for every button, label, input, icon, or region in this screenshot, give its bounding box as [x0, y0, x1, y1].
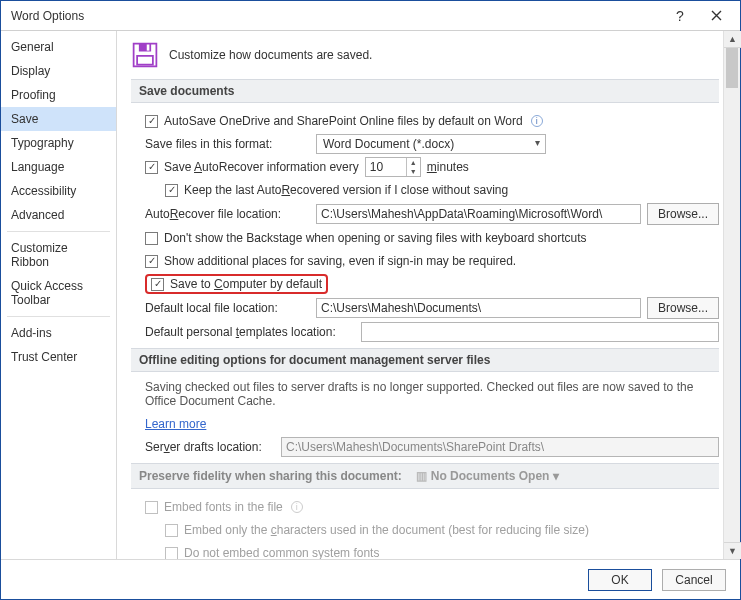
checkbox-embed-fonts: [145, 501, 158, 514]
label-embed-subset: Embed only the characters used in the do…: [184, 523, 589, 537]
svg-rect-3: [137, 56, 153, 65]
word-options-window: Word Options ? General Display Proofing …: [0, 0, 741, 600]
input-default-local-location[interactable]: C:\Users\Mahesh\Documents\: [316, 298, 641, 318]
label-save-format: Save files in this format:: [145, 137, 310, 151]
sidebar-separator: [7, 231, 110, 232]
label-autosave-onedrive: AutoSave OneDrive and SharePoint Online …: [164, 114, 523, 128]
sidebar-item-quick-access-toolbar[interactable]: Quick Access Toolbar: [1, 274, 116, 312]
page-subtitle: Customize how documents are saved.: [169, 48, 372, 62]
browse-default-local-button[interactable]: Browse...: [647, 297, 719, 319]
label-server-drafts-location: Server drafts location:: [145, 440, 275, 454]
sidebar-item-advanced[interactable]: Advanced: [1, 203, 116, 227]
highlight-save-to-computer: Save to Computer by default: [145, 274, 328, 294]
scroll-thumb[interactable]: [726, 48, 738, 88]
row-show-additional-places: Show additional places for saving, even …: [145, 251, 719, 271]
dropdown-save-format[interactable]: Word Document (*.docx): [316, 134, 546, 154]
input-server-drafts-location: C:\Users\Mahesh\Documents\SharePoint Dra…: [281, 437, 719, 457]
row-save-format: Save files in this format: Word Document…: [145, 134, 719, 154]
window-title: Word Options: [11, 9, 662, 23]
info-icon: i: [291, 501, 303, 513]
checkbox-show-additional-places[interactable]: [145, 255, 158, 268]
checkbox-no-embed-common: [165, 547, 178, 560]
row-autorecover-location: AutoRecover file location: C:\Users\Mahe…: [145, 203, 719, 225]
checkbox-keep-last[interactable]: [165, 184, 178, 197]
dialog-body: General Display Proofing Save Typography…: [1, 31, 740, 559]
row-autosave-onedrive: AutoSave OneDrive and SharePoint Online …: [145, 111, 719, 131]
spinner-autorecover-minutes[interactable]: 10 ▲▼: [365, 157, 421, 177]
cancel-button[interactable]: Cancel: [662, 569, 726, 591]
row-server-drafts-location: Server drafts location: C:\Users\Mahesh\…: [145, 437, 719, 457]
document-icon: ▥: [416, 469, 427, 483]
sidebar-item-typography[interactable]: Typography: [1, 131, 116, 155]
browse-autorecover-button[interactable]: Browse...: [647, 203, 719, 225]
row-embed-fonts: Embed fonts in the file i: [145, 497, 719, 517]
chevron-down-icon: ▾: [553, 469, 559, 483]
vertical-scrollbar[interactable]: ▲ ▼: [723, 31, 740, 559]
offline-editing-paragraph: Saving checked out files to server draft…: [145, 380, 705, 408]
dialog-footer: OK Cancel: [1, 559, 740, 599]
section-offline-editing: Offline editing options for document man…: [131, 348, 719, 372]
label-default-templates-location: Default personal templates location:: [145, 325, 355, 339]
sidebar-item-display[interactable]: Display: [1, 59, 116, 83]
row-dont-show-backstage: Don't show the Backstage when opening or…: [145, 228, 719, 248]
label-autorecover: Save AutoRecover information every: [164, 160, 359, 174]
close-button[interactable]: [698, 2, 734, 30]
content-area: Customize how documents are saved. Save …: [117, 31, 723, 559]
row-keep-last-autorecovered: Keep the last AutoRecovered version if I…: [165, 180, 719, 200]
row-default-templates-location: Default personal templates location:: [145, 322, 719, 342]
main-panel: Customize how documents are saved. Save …: [117, 31, 740, 559]
scroll-down-arrow[interactable]: ▼: [724, 542, 741, 559]
section-preserve-fidelity: Preserve fidelity when sharing this docu…: [131, 463, 719, 489]
dropdown-fidelity-document[interactable]: ▥ No Documents Open ▾: [412, 468, 564, 484]
help-button[interactable]: ?: [662, 2, 698, 30]
fidelity-document-selected: No Documents Open: [431, 469, 550, 483]
checkbox-save-to-computer[interactable]: [151, 278, 164, 291]
close-icon: [711, 10, 722, 21]
checkbox-dont-show-backstage[interactable]: [145, 232, 158, 245]
label-show-additional-places: Show additional places for saving, even …: [164, 254, 516, 268]
label-autorecover-location: AutoRecover file location:: [145, 207, 310, 221]
sidebar-item-customize-ribbon[interactable]: Customize Ribbon: [1, 236, 116, 274]
page-header: Customize how documents are saved.: [131, 41, 719, 69]
sidebar-item-general[interactable]: General: [1, 35, 116, 59]
label-no-embed-common: Do not embed common system fonts: [184, 546, 379, 559]
sidebar-item-proofing[interactable]: Proofing: [1, 83, 116, 107]
scroll-up-arrow[interactable]: ▲: [724, 31, 741, 48]
row-save-to-computer: Save to Computer by default: [145, 274, 719, 294]
checkbox-autorecover[interactable]: [145, 161, 158, 174]
label-default-local-location: Default local file location:: [145, 301, 310, 315]
fidelity-title: Preserve fidelity when sharing this docu…: [139, 469, 402, 483]
input-default-templates-location[interactable]: [361, 322, 719, 342]
sidebar-item-trust-center[interactable]: Trust Center: [1, 345, 116, 369]
row-embed-subset: Embed only the characters used in the do…: [165, 520, 719, 540]
sidebar: General Display Proofing Save Typography…: [1, 31, 117, 559]
spinner-buttons[interactable]: ▲▼: [406, 158, 420, 176]
label-keep-last: Keep the last AutoRecovered version if I…: [184, 183, 508, 197]
svg-rect-2: [147, 45, 150, 51]
row-default-local-location: Default local file location: C:\Users\Ma…: [145, 297, 719, 319]
sidebar-item-language[interactable]: Language: [1, 155, 116, 179]
row-autorecover-interval: Save AutoRecover information every 10 ▲▼…: [145, 157, 719, 177]
row-no-embed-common: Do not embed common system fonts: [165, 543, 719, 559]
save-disk-icon: [131, 41, 159, 69]
label-dont-show-backstage: Don't show the Backstage when opening or…: [164, 231, 587, 245]
titlebar: Word Options ?: [1, 1, 740, 31]
checkbox-embed-subset: [165, 524, 178, 537]
sidebar-item-save[interactable]: Save: [1, 107, 116, 131]
label-minutes: minutes: [427, 160, 469, 174]
spinner-value[interactable]: 10: [366, 158, 406, 176]
sidebar-item-add-ins[interactable]: Add-ins: [1, 321, 116, 345]
label-save-to-computer: Save to Computer by default: [170, 277, 322, 291]
sidebar-item-accessibility[interactable]: Accessibility: [1, 179, 116, 203]
label-embed-fonts: Embed fonts in the file: [164, 500, 283, 514]
section-save-documents: Save documents: [131, 79, 719, 103]
info-icon[interactable]: i: [531, 115, 543, 127]
input-autorecover-location[interactable]: C:\Users\Mahesh\AppData\Roaming\Microsof…: [316, 204, 641, 224]
learn-more-link[interactable]: Learn more: [145, 417, 206, 431]
checkbox-autosave-onedrive[interactable]: [145, 115, 158, 128]
sidebar-separator: [7, 316, 110, 317]
row-learn-more: Learn more: [145, 414, 719, 434]
ok-button[interactable]: OK: [588, 569, 652, 591]
